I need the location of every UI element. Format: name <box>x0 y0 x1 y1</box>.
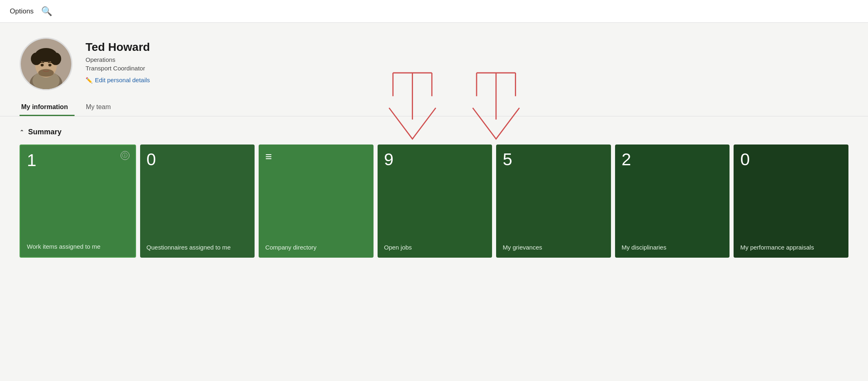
tile-open-jobs-label: Open jobs <box>384 243 486 252</box>
summary-section: ⌃ Summary <box>0 116 868 258</box>
tile-company-directory-label: Company directory <box>265 243 367 252</box>
search-icon[interactable]: 🔍 <box>41 6 52 17</box>
svg-point-7 <box>50 53 61 65</box>
tile-work-items[interactable]: 1 Work items assigned to me ⓘ <box>20 145 136 258</box>
list-icon: ≡ <box>265 151 367 162</box>
collapse-icon: ⌃ <box>20 129 24 135</box>
options-label[interactable]: Options <box>10 7 34 15</box>
avatar <box>20 37 73 90</box>
svg-point-10 <box>38 69 54 77</box>
profile-name: Ted Howard <box>86 41 150 54</box>
profile-title: Transport Coordinator <box>86 65 150 72</box>
tile-my-performance-appraisals-number: 0 <box>740 151 842 168</box>
svg-point-9 <box>48 64 52 67</box>
tab-my-information[interactable]: My information <box>20 100 75 116</box>
avatar-image <box>21 37 71 90</box>
tile-open-jobs[interactable]: 9 Open jobs <box>378 145 492 258</box>
tile-my-grievances-number: 5 <box>503 151 604 168</box>
tiles-area: 1 Work items assigned to me ⓘ 0 Question… <box>20 145 848 258</box>
info-icon: ⓘ <box>121 151 130 160</box>
profile-section: Ted Howard Operations Transport Coordina… <box>0 23 868 90</box>
tile-my-disciplinaries-label: My disciplinaries <box>622 243 723 252</box>
edit-link-label: Edit personal details <box>95 77 150 83</box>
tile-my-disciplinaries-number: 2 <box>622 151 723 168</box>
tile-work-items-label: Work items assigned to me <box>27 243 129 251</box>
svg-point-8 <box>41 64 44 67</box>
tile-my-grievances[interactable]: 5 My grievances <box>496 145 611 258</box>
summary-header[interactable]: ⌃ Summary <box>20 128 848 136</box>
svg-point-6 <box>31 53 42 65</box>
tile-my-grievances-label: My grievances <box>503 243 604 252</box>
tiles-grid: 1 Work items assigned to me ⓘ 0 Question… <box>20 145 848 258</box>
summary-title: Summary <box>28 128 62 136</box>
tile-my-performance-appraisals-label: My performance appraisals <box>740 243 842 252</box>
tab-my-team[interactable]: My team <box>84 100 117 116</box>
tile-work-items-number: 1 <box>27 152 129 169</box>
tile-questionnaires-number: 0 <box>147 151 248 168</box>
tile-questionnaires[interactable]: 0 Questionnaires assigned to me <box>140 145 255 258</box>
profile-department: Operations <box>86 56 150 63</box>
edit-personal-details-link[interactable]: ✏️ Edit personal details <box>86 77 150 83</box>
tile-my-disciplinaries[interactable]: 2 My disciplinaries <box>615 145 730 258</box>
top-bar: Options 🔍 <box>0 0 868 23</box>
tile-company-directory[interactable]: ≡ Company directory <box>259 145 374 258</box>
profile-info: Ted Howard Operations Transport Coordina… <box>86 37 150 83</box>
tile-questionnaires-label: Questionnaires assigned to me <box>147 243 248 252</box>
pencil-icon: ✏️ <box>86 77 92 83</box>
tile-open-jobs-number: 9 <box>384 151 486 168</box>
tabs-container: My information My team <box>0 90 868 116</box>
tile-my-performance-appraisals[interactable]: 0 My performance appraisals <box>734 145 848 258</box>
